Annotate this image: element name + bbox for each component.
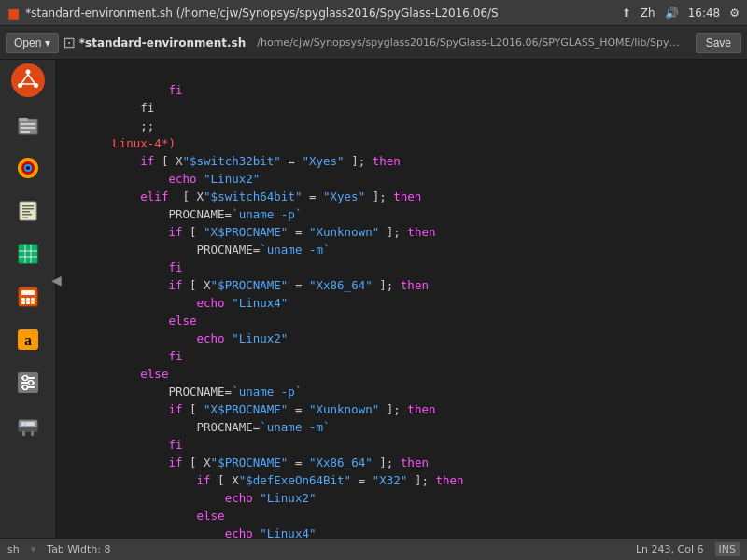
titlebar-title: *standard-environment.sh (/home/cjw/Syno… [25,7,498,20]
svg-rect-30 [26,301,30,304]
svg-point-12 [26,166,30,170]
filepath-display: /home/cjw/Synopsys/spyglass2016/SpyGlass… [249,36,691,49]
svg-rect-19 [19,245,37,263]
sidebar-item-texteditor[interactable] [7,190,49,231]
svg-point-1 [25,70,30,75]
svg-rect-42 [19,427,37,431]
svg-rect-14 [22,205,34,207]
toolbar: Open ▾ ⊡ *standard-environment.sh /home/… [0,26,747,60]
statusbar: sh ▾ Tab Width: 8 Ln 243, Col 6 INS [0,538,747,560]
sidebar: a ◀ [0,60,56,538]
volume-icon: 🔊 [665,7,679,20]
open-label: Open [14,36,41,49]
svg-rect-25 [21,290,35,295]
svg-rect-18 [22,217,28,218]
svg-rect-28 [31,298,35,301]
titlebar: ■ *standard-environment.sh (/home/cjw/Sy… [0,0,747,26]
svg-rect-31 [31,301,35,304]
upload-icon[interactable]: ⬆ [622,7,631,20]
svg-rect-44 [31,431,34,436]
svg-rect-8 [21,131,30,133]
svg-text:a: a [24,332,32,348]
sidebar-collapse-arrow[interactable]: ◀ [51,273,62,287]
sidebar-item-settings[interactable] [7,362,49,403]
svg-rect-16 [22,211,30,213]
svg-rect-27 [26,298,30,301]
svg-point-38 [22,376,27,381]
open-button[interactable]: Open ▾ [6,33,59,53]
filetype-label[interactable]: sh [7,543,20,555]
svg-point-39 [28,381,33,385]
zone-label: Zh [641,7,655,20]
save-icon-btn[interactable]: ⊡ [63,34,75,51]
svg-rect-26 [21,298,25,301]
svg-point-40 [22,385,27,390]
main-area: a ◀ [0,60,747,538]
ubuntu-logo[interactable] [11,63,45,97]
sidebar-item-firefox[interactable] [7,147,49,189]
svg-rect-7 [21,127,35,129]
sidebar-item-amazon[interactable]: a [7,319,49,360]
svg-rect-15 [22,208,34,210]
dropdown-arrow: ▾ [45,36,50,49]
file-tab-title[interactable]: *standard-environment.sh [79,36,246,49]
sidebar-item-scanner[interactable] [7,405,49,446]
settings-icon[interactable]: ⚙ [729,7,740,20]
titlebar-right: ⬆ Zh 🔊 16:48 ⚙ [622,7,740,20]
time-display: 16:48 [688,7,721,20]
svg-rect-5 [19,118,28,121]
sidebar-item-calc[interactable] [7,276,49,317]
svg-rect-43 [22,431,25,436]
sidebar-item-files[interactable] [7,105,49,146]
svg-rect-29 [21,301,25,304]
code-content: fi fi ;; Linux-4*) if [ X"$switch32bit" … [56,60,747,538]
titlebar-left: ■ *standard-environment.sh (/home/cjw/Sy… [7,6,499,21]
save-button[interactable]: Save [696,33,741,53]
tab-width-label[interactable]: Tab Width: 8 [47,543,110,555]
ins-mode-label: INS [715,542,740,556]
status-right: Ln 243, Col 6 INS [636,542,740,556]
sidebar-item-spreadsheet[interactable] [7,233,49,274]
svg-rect-45 [21,422,35,426]
svg-rect-17 [22,214,32,216]
svg-rect-6 [21,123,35,125]
position-label: Ln 243, Col 6 [636,543,704,555]
code-editor[interactable]: fi fi ;; Linux-4*) if [ X"$switch32bit" … [56,60,747,538]
titlebar-icon: ■ [7,6,20,21]
